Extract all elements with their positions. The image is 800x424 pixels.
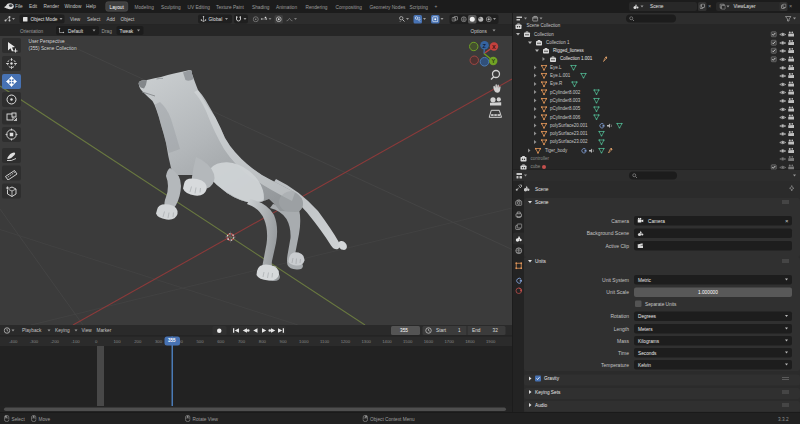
svg-text:X: X bbox=[492, 44, 496, 50]
svg-text:Y: Y bbox=[491, 58, 495, 64]
